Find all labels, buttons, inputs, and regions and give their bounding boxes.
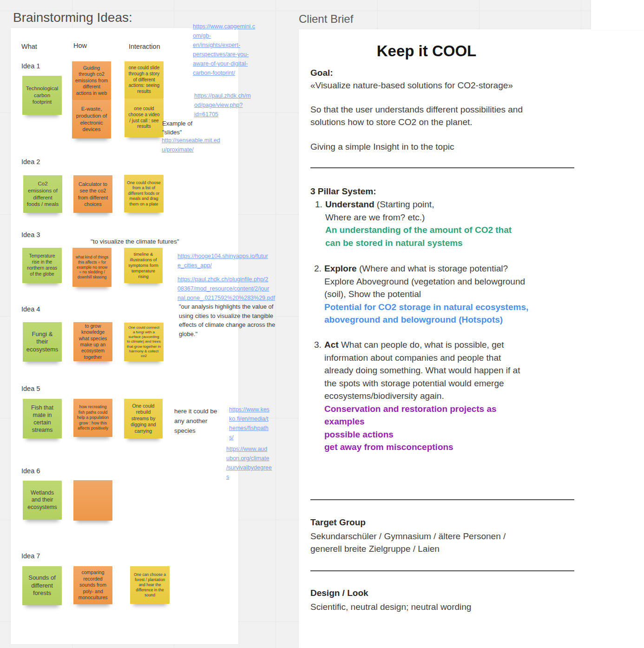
- sticky-note-interaction[interactable]: One can choose a forest / plantation and…: [130, 566, 170, 604]
- pillar-2: 2. Explore (Where and what is storage po…: [314, 262, 584, 326]
- sticky-note-interaction[interactable]: one could slide through a story of diffe…: [125, 61, 164, 99]
- sticky-note-what[interactable]: Fish that mate in certain streams: [23, 399, 62, 438]
- pillar-1-line1: Understand (Starting point,: [325, 198, 575, 211]
- divider-line: [310, 167, 574, 168]
- client-brief-frame-title[interactable]: Client Brief: [299, 13, 353, 26]
- sticky-note-interaction[interactable]: timeline & illustrations of symptoms for…: [124, 248, 163, 283]
- pillar-2-number: 2.: [314, 262, 322, 275]
- column-header-what[interactable]: What: [21, 43, 37, 50]
- doc-title: Keep it COOL: [299, 43, 554, 60]
- link-zhdk-pdf[interactable]: https://paul.zhdk.ch/pluginfile.php/2083…: [177, 275, 275, 303]
- idea-4-label[interactable]: Idea 4: [21, 305, 40, 313]
- design-look-text: Scientific, neutral design; neutral word…: [310, 601, 471, 614]
- pillars-label: 3 Pillar System:: [310, 185, 376, 198]
- sticky-note-what[interactable]: Sounds of different forests: [22, 566, 62, 605]
- pillar-2-line1: Explore (Where and what is storage poten…: [324, 262, 584, 275]
- pillar-2-line2: Explore Aboveground (vegetation and belo…: [324, 275, 584, 288]
- pillar-1-line2: Where are we from? etc.): [325, 211, 575, 224]
- sticky-note-what[interactable]: Fungi & their ecosystems: [23, 322, 62, 362]
- link-audubon[interactable]: https://www.audubon.org/climate/survival…: [226, 444, 272, 482]
- partial-frame-top-right[interactable]: [591, 0, 644, 30]
- example-slides-note[interactable]: Example of "slides": [162, 119, 206, 137]
- brainstorming-frame-title[interactable]: Brainstorming Ideas:: [13, 10, 132, 25]
- sticky-note-how[interactable]: Calculator to see the co2 from different…: [73, 175, 112, 213]
- link-zhdk-page[interactable]: https://paul.zhdk.ch/mod/page/view.php?i…: [194, 91, 251, 119]
- pillar-3-highlight: Conservation and restoration projects as…: [324, 403, 584, 454]
- pillar-1: 1. Understand (Starting point, Where are…: [315, 198, 575, 249]
- link-kesko-fishpaths[interactable]: https://www.kesko.fi/en/media/themes/fis…: [229, 405, 269, 442]
- column-header-interaction[interactable]: Interaction: [129, 43, 160, 50]
- pillar-2-line3: (soil), Show the potential: [324, 288, 584, 301]
- target-group-line1: Sekundarschüler / Gymnasium / ältere Per…: [310, 530, 506, 543]
- idea-5-label[interactable]: Idea 5: [21, 385, 40, 392]
- pillar-3: 3. Act What can people do, what is possi…: [314, 338, 584, 454]
- goal-label: Goal:: [310, 66, 333, 79]
- link-senseable[interactable]: http://senseable.mit.edu/proximate/: [162, 136, 220, 154]
- design-look-label: Design / Look: [310, 587, 368, 600]
- sticky-note-how[interactable]: how recreating fish paths could help a p…: [73, 399, 112, 437]
- sticky-note-how-empty[interactable]: [73, 480, 112, 521]
- pillar-2-highlight: Potential for CO2 storage in natural eco…: [324, 301, 584, 326]
- link-capgemini[interactable]: https://www.capgemini.com/gb-en/insights…: [193, 22, 255, 78]
- idea-6-label[interactable]: Idea 6: [21, 467, 40, 475]
- goal-paragraph-line1: So that the user understands different p…: [310, 103, 523, 116]
- idea-3-label[interactable]: Idea 3: [21, 231, 40, 238]
- pillar-3-number: 3.: [314, 338, 322, 351]
- any-species-note[interactable]: here it could be any another species: [174, 406, 223, 436]
- idea-7-label[interactable]: Idea 7: [21, 552, 40, 560]
- divider-line: [310, 570, 574, 571]
- link-hooge-shinyapps[interactable]: https://hooge104.shinyapps.io/future_cit…: [177, 251, 268, 270]
- divider-line: [310, 499, 574, 500]
- analysis-quote[interactable]: "our analysis highlights the value of us…: [179, 302, 277, 338]
- sticky-note-how[interactable]: Guiding through co2 emissions from diffe…: [72, 61, 111, 100]
- goal-paragraph-line2: solutions how to store CO2 on the planet…: [310, 116, 473, 129]
- sticky-note-interaction[interactable]: One could connect a fungi with a surface…: [124, 323, 164, 361]
- sticky-note-interaction[interactable]: One could rebuild streams by digging and…: [124, 399, 163, 438]
- column-header-how[interactable]: How: [73, 42, 87, 49]
- sticky-note-interaction[interactable]: One could choose from a list of differen…: [124, 175, 164, 212]
- insight-paragraph: Giving a simple Insight in to the topic: [310, 140, 454, 153]
- sticky-note-what[interactable]: Technological carbon footprint: [22, 76, 62, 115]
- sticky-note-what[interactable]: Co2 emissions of different foods / meals: [23, 175, 62, 213]
- pillar-1-highlight: An understanding of the amount of CO2 th…: [325, 224, 575, 249]
- target-group-line2: generell breite Zielgruppe / Laien: [310, 542, 440, 555]
- pillar-3-line1: Act What can people do, what is possible…: [324, 338, 584, 351]
- sticky-note-how[interactable]: comparing recorded sounds from poly- and…: [73, 566, 112, 604]
- idea-2-label[interactable]: Idea 2: [21, 158, 40, 165]
- idea-1-label[interactable]: Idea 1: [21, 62, 40, 70]
- goal-text: «Visualize nature-based solutions for CO…: [310, 79, 513, 92]
- sticky-note-what[interactable]: Wetlands and their ecosystems: [23, 481, 62, 520]
- sticky-note-interaction[interactable]: one could choose a video / just call : s…: [125, 99, 164, 137]
- climate-futures-quote[interactable]: "to visualize the climate futures": [91, 238, 179, 245]
- sticky-note-how[interactable]: to grow knowledge what species make up a…: [73, 322, 112, 361]
- target-group-label: Target Group: [310, 516, 366, 529]
- pillar-1-number: 1.: [315, 198, 322, 211]
- sticky-note-how[interactable]: E-waste, production of electronic device…: [72, 100, 111, 139]
- sticky-note-what[interactable]: Temperature rise in the northern areas o…: [22, 248, 62, 283]
- sticky-note-how[interactable]: what kind of things this affects = for e…: [72, 248, 112, 287]
- pillar-3-body: information about companies and people t…: [324, 351, 584, 403]
